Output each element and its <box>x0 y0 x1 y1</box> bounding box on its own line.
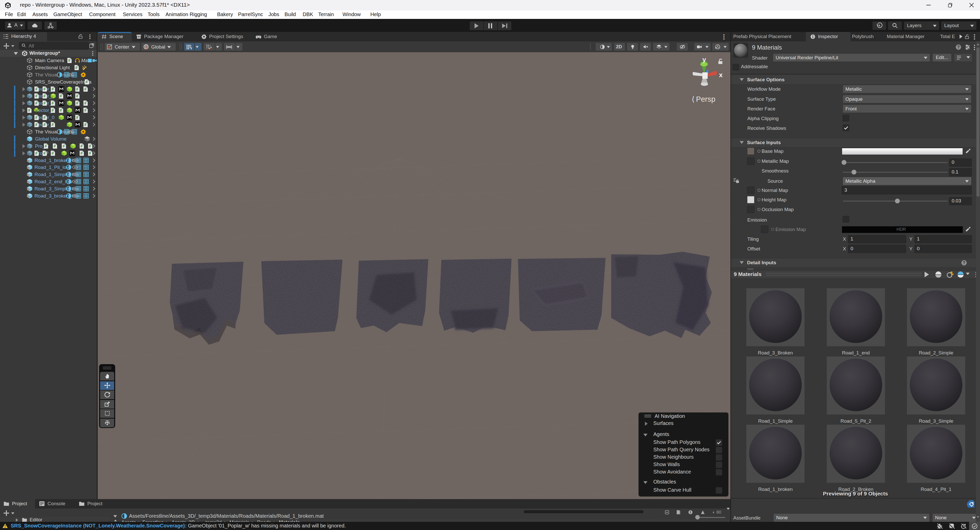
svg-text:Y: Y <box>190 47 192 50</box>
svg-text:?: ? <box>963 261 966 265</box>
svg-text:?: ? <box>957 45 960 49</box>
